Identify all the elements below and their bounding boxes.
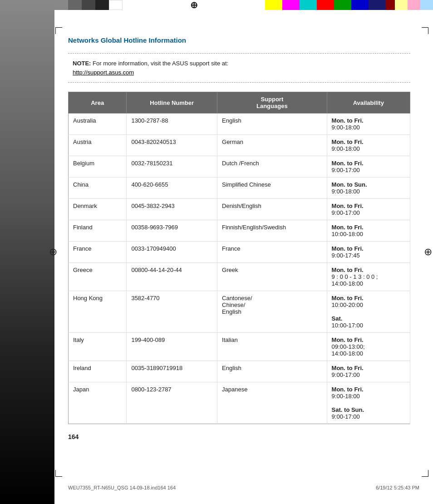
cell-availability: Mon. to Fri.9 : 0 0 - 1 3 : 0 0 ;14:00-1… <box>327 263 410 291</box>
cell-hotline: 1300-2787-88 <box>127 114 217 135</box>
cell-availability: Mon. to Fri.9:00-18:00 <box>327 114 410 135</box>
cell-area: Austria <box>69 135 127 156</box>
cell-area: Greece <box>69 263 127 291</box>
cell-hotline: 00800-44-14-20-44 <box>127 263 217 291</box>
col-area: Area <box>69 92 127 114</box>
cell-availability: Mon. to Fri.09:00-13:00;14:00-18:00 <box>327 333 410 361</box>
cell-languages: Italian <box>217 333 327 361</box>
note-text: For more information, visit the ASUS sup… <box>91 60 228 67</box>
cell-hotline: 0045-3832-2943 <box>127 199 217 220</box>
corner-mark-bl <box>55 470 62 477</box>
cell-languages: Dutch /French <box>217 156 327 178</box>
cell-hotline: 0033-170949400 <box>127 242 217 263</box>
cell-availability: Mon. to Fri.9:00-17:45 <box>327 242 410 263</box>
col-hotline: Hotline Number <box>127 92 217 114</box>
table-row: Australia1300-2787-88EnglishMon. to Fri.… <box>69 114 410 135</box>
cell-hotline: 0800-123-2787 <box>127 382 217 424</box>
cell-area: Ireland <box>69 361 127 382</box>
col-languages: SupportLanguages <box>217 92 327 114</box>
cell-availability: Mon. to Fri.10:00-18:00 <box>327 220 410 242</box>
cell-area: Japan <box>69 382 127 424</box>
cell-area: France <box>69 242 127 263</box>
table-row: Greece00800-44-14-20-44GreekMon. to Fri.… <box>69 263 410 291</box>
table-header-row: Area Hotline Number SupportLanguages Ava… <box>69 92 410 114</box>
footer-right: 6/19/12 5:25:43 PM <box>376 485 419 490</box>
note-label: NOTE: <box>73 60 91 67</box>
main-content: Networks Global Hotline Information NOTE… <box>54 0 433 459</box>
cell-languages: English <box>217 114 327 135</box>
cell-availability: Mon. to Fri.10:00-20:00Sat.10:00-17:00 <box>327 291 410 333</box>
cell-languages: Denish/English <box>217 199 327 220</box>
cell-availability: Mon. to Fri.9:00-18:00 <box>327 135 410 156</box>
cell-languages: Cantonese/ Chinese/ English <box>217 291 327 333</box>
page-number: 164 <box>68 433 410 440</box>
hotline-table: Area Hotline Number SupportLanguages Ava… <box>68 92 410 424</box>
cell-availability: Mon. to Fri.9:00-18:00Sat. to Sun.9:00-1… <box>327 382 410 424</box>
cell-availability: Mon. to Fri.9:00-17:00 <box>327 361 410 382</box>
cell-availability: Mon. to Fri.9:00-17:00 <box>327 199 410 220</box>
cell-languages: Simplified Chinese <box>217 178 327 199</box>
cell-languages: France <box>217 242 327 263</box>
col-availability: Availability <box>327 92 410 114</box>
table-row: Ireland0035-31890719918EnglishMon. to Fr… <box>69 361 410 382</box>
cell-languages: Japanese <box>217 382 327 424</box>
cell-languages: English <box>217 361 327 382</box>
cell-hotline: 199-400-089 <box>127 333 217 361</box>
cell-hotline: 3582-4770 <box>127 291 217 333</box>
table-row: Austria0043-820240513GermanMon. to Fri.9… <box>69 135 410 156</box>
footer-left: WEU7355_RT-N65U_QSG 14-09-18.ind164 164 <box>68 485 176 490</box>
table-row: Japan0800-123-2787JapaneseMon. to Fri.9:… <box>69 382 410 424</box>
table-row: Denmark0045-3832-2943Denish/EnglishMon. … <box>69 199 410 220</box>
corner-mark-br <box>422 470 428 477</box>
table-row: Italy199-400-089ItalianMon. to Fri.09:00… <box>69 333 410 361</box>
cell-area: Denmark <box>69 199 127 220</box>
cell-hotline: 00358-9693-7969 <box>127 220 217 242</box>
cell-availability: Mon. to Sun.9:00-18:00 <box>327 178 410 199</box>
cell-area: Hong Kong <box>69 291 127 333</box>
cell-availability: Mon. to Fri.9:00-17:00 <box>327 156 410 178</box>
note-box: NOTE: For more information, visit the AS… <box>68 53 410 83</box>
bottom-footer: WEU7355_RT-N65U_QSG 14-09-18.ind164 164 … <box>54 485 433 490</box>
page-title: Networks Global Hotline Information <box>68 36 410 44</box>
cell-hotline: 0032-78150231 <box>127 156 217 178</box>
cell-languages: Finnish/English/Swedish <box>217 220 327 242</box>
left-sidebar <box>0 0 54 504</box>
table-row: China400-620-6655Simplified ChineseMon. … <box>69 178 410 199</box>
table-row: Belgium0032-78150231Dutch /FrenchMon. to… <box>69 156 410 178</box>
table-row: Finland00358-9693-7969Finnish/English/Sw… <box>69 220 410 242</box>
cell-area: Finland <box>69 220 127 242</box>
cell-languages: German <box>217 135 327 156</box>
cell-hotline: 400-620-6655 <box>127 178 217 199</box>
table-row: Hong Kong3582-4770Cantonese/ Chinese/ En… <box>69 291 410 333</box>
table-row: France0033-170949400FranceMon. to Fri.9:… <box>69 242 410 263</box>
cell-hotline: 0035-31890719918 <box>127 361 217 382</box>
cell-area: China <box>69 178 127 199</box>
cell-area: Italy <box>69 333 127 361</box>
cell-languages: Greek <box>217 263 327 291</box>
cell-area: Australia <box>69 114 127 135</box>
note-link[interactable]: http://support.asus.com <box>73 69 134 76</box>
cell-area: Belgium <box>69 156 127 178</box>
cell-hotline: 0043-820240513 <box>127 135 217 156</box>
